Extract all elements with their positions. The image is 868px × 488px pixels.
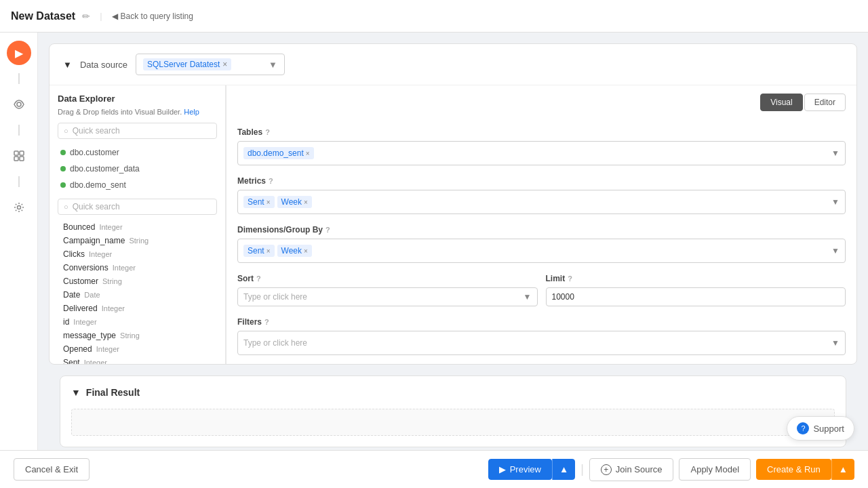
table-dot-2 <box>60 166 66 171</box>
final-result-collapse[interactable]: ▼ <box>71 387 81 398</box>
filters-row: Filters ? Type or click here ▼ <box>237 317 846 355</box>
metrics-tag-week-remove[interactable]: × <box>304 199 308 206</box>
preview-button[interactable]: ▶ Preview <box>488 459 552 480</box>
sort-select[interactable]: Type or click here ▼ <box>237 287 538 306</box>
sort-limit-row: Sort ? Type or click here ▼ Limit <box>237 274 846 317</box>
data-source-remove[interactable]: × <box>222 60 227 69</box>
nav-transform[interactable] <box>7 144 31 168</box>
edit-icon[interactable]: ✏ <box>82 11 90 22</box>
back-arrow-icon: ◀ <box>112 12 118 21</box>
transform-icon <box>14 150 24 161</box>
svg-rect-2 <box>20 151 24 155</box>
dimensions-row: Dimensions/Group By ? Sent × Week × <box>237 225 846 263</box>
table-item-customer[interactable]: dbo.customer <box>58 144 217 161</box>
data-explorer-subtitle: Drag & Drop fields into Visual Builder. … <box>58 108 217 116</box>
nav-settings[interactable] <box>7 195 31 220</box>
bottom-right-actions: ▶ Preview ▲ | + Join Source Apply Model … <box>488 458 854 481</box>
field-id[interactable]: id Integer <box>60 315 217 329</box>
field-message-type[interactable]: message_type String <box>60 329 217 342</box>
preview-caret-button[interactable]: ▲ <box>552 459 575 480</box>
metrics-chevron: ▼ <box>831 197 840 207</box>
search-icon-2: ○ <box>64 203 68 211</box>
filters-help-icon[interactable]: ? <box>264 318 269 326</box>
create-run-button[interactable]: Create & Run <box>756 459 831 480</box>
final-result-title: Final Result <box>86 387 140 398</box>
join-source-button[interactable]: + Join Source <box>589 458 674 481</box>
bottom-left-actions: Cancel & Exit <box>14 458 90 481</box>
bottom-bar: Cancel & Exit ▶ Preview ▲ | + Join Sourc… <box>0 450 868 488</box>
limit-label: Limit ? <box>546 274 846 283</box>
support-button[interactable]: ? Support <box>787 416 854 441</box>
side-nav: ▶ <box>0 33 38 488</box>
data-explorer-title: Data Explorer <box>58 94 217 104</box>
quick-search-1[interactable]: ○ Quick search <box>58 123 217 139</box>
tables-help-icon[interactable]: ? <box>265 128 270 136</box>
field-sent[interactable]: Sent Integer <box>60 356 217 365</box>
table-item-demo-sent[interactable]: dbo.demo_sent <box>58 177 217 193</box>
svg-point-5 <box>17 206 20 209</box>
field-delivered[interactable]: Delivered Integer <box>60 302 217 315</box>
field-campaign-name[interactable]: Campaign_name String <box>60 234 217 247</box>
final-result-section: ▼ Final Result <box>60 375 846 447</box>
sort-chevron: ▼ <box>524 292 532 302</box>
data-source-section: ▼ Data source SQLServer Datatest × ▼ <box>50 44 856 85</box>
metrics-help-icon[interactable]: ? <box>269 177 273 185</box>
limit-help-icon[interactable]: ? <box>568 274 572 283</box>
table-item-customer-data[interactable]: dbo.customer_data <box>58 161 217 177</box>
preview-play-icon: ▶ <box>499 464 506 474</box>
field-customer[interactable]: Customer String <box>60 274 217 288</box>
tables-tag-demo-sent: dbo.demo_sent × <box>243 147 314 159</box>
svg-rect-3 <box>14 157 18 161</box>
nav-preview[interactable] <box>7 92 31 117</box>
nav-data[interactable]: ▶ <box>7 41 31 65</box>
data-source-chevron: ▼ <box>269 60 277 70</box>
metrics-tag-sent-remove[interactable]: × <box>267 199 271 206</box>
tables-row: Tables ? dbo.demo_sent × ▼ <box>237 127 846 165</box>
sort-help-icon[interactable]: ? <box>256 274 261 283</box>
quick-search-2[interactable]: ○ Quick search <box>58 199 217 215</box>
dimensions-tag-week-remove[interactable]: × <box>304 247 308 255</box>
editor-btn[interactable]: Editor <box>804 94 846 111</box>
create-run-caret-button[interactable]: ▲ <box>831 459 854 480</box>
svg-rect-4 <box>20 157 24 161</box>
sort-form-row: Sort ? Type or click here ▼ <box>237 274 538 306</box>
back-link[interactable]: ◀ Back to query listing <box>112 12 193 21</box>
dimensions-select[interactable]: Sent × Week × ▼ <box>237 239 846 263</box>
filters-chevron: ▼ <box>831 338 840 348</box>
metrics-select[interactable]: Sent × Week × ▼ <box>237 190 846 214</box>
field-list: Bounced Integer Campaign_name String Cli… <box>58 220 217 365</box>
apply-model-button[interactable]: Apply Model <box>679 458 751 481</box>
help-link[interactable]: Help <box>184 108 199 116</box>
field-bounced[interactable]: Bounced Integer <box>60 220 217 234</box>
support-question-icon: ? <box>797 422 809 434</box>
tables-tag-remove[interactable]: × <box>306 150 310 157</box>
limit-input[interactable] <box>546 287 846 306</box>
dimensions-chevron: ▼ <box>831 246 840 256</box>
field-opened[interactable]: Opened Integer <box>60 342 217 356</box>
field-clicks[interactable]: Clicks Integer <box>60 247 217 261</box>
final-result-header: ▼ Final Result <box>71 387 835 398</box>
filters-select[interactable]: Type or click here ▼ <box>237 331 846 355</box>
nav-connector-1 <box>18 73 20 84</box>
table-list: dbo.customer dbo.customer_data dbo.demo_… <box>58 144 217 193</box>
data-explorer-panel: Data Explorer Drag & Drop fields into Vi… <box>50 85 226 365</box>
search-icon-1: ○ <box>64 127 68 135</box>
divider-1: | <box>580 462 584 476</box>
eye-icon <box>14 99 24 110</box>
dimensions-help-icon[interactable]: ? <box>326 226 330 234</box>
visual-btn[interactable]: Visual <box>760 94 802 111</box>
data-source-collapse[interactable]: ▼ <box>63 60 72 70</box>
limit-form-row: Limit ? <box>546 274 846 306</box>
table-dot-3 <box>60 182 66 188</box>
field-conversions[interactable]: Conversions Integer <box>60 261 217 274</box>
tables-select[interactable]: dbo.demo_sent × ▼ <box>237 141 846 165</box>
dimensions-tag-sent-remove[interactable]: × <box>267 247 271 255</box>
top-bar: New Dataset ✏ | ◀ Back to query listing <box>0 0 868 33</box>
data-source-select[interactable]: SQLServer Datatest × ▼ <box>136 54 285 75</box>
nav-connector-3 <box>18 176 20 187</box>
view-toggle: Visual Editor <box>760 94 846 111</box>
metrics-label: Metrics ? <box>237 176 846 186</box>
cancel-button[interactable]: Cancel & Exit <box>14 458 90 481</box>
svg-rect-1 <box>14 151 18 155</box>
field-date[interactable]: Date Date <box>60 288 217 302</box>
